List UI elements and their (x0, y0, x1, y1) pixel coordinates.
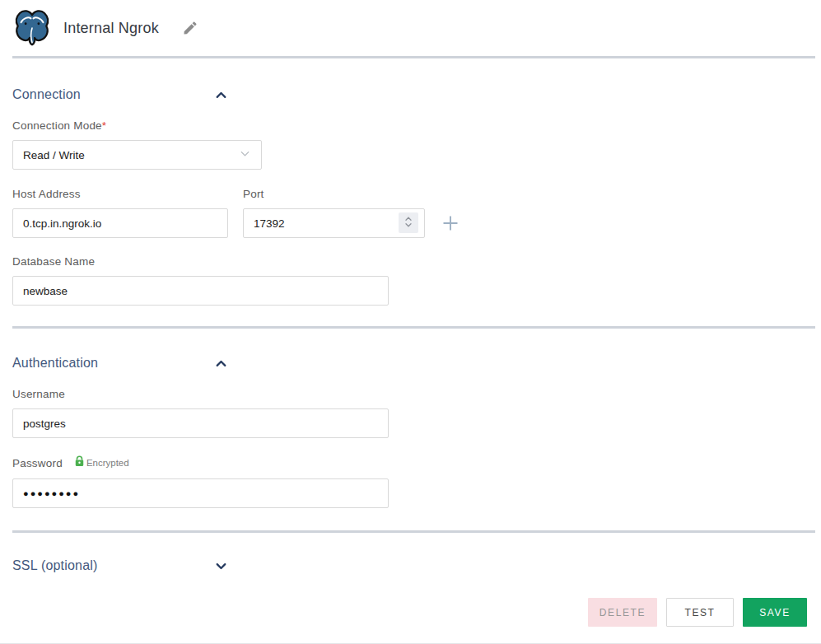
lock-icon (74, 455, 85, 470)
section-divider (12, 530, 815, 533)
plus-icon (442, 222, 459, 234)
delete-button[interactable]: DELETE (588, 598, 657, 627)
section-ssl-expand-button[interactable] (214, 559, 228, 573)
connection-mode-label-text: Connection Mode (12, 119, 102, 132)
connection-mode-label: Connection Mode* (12, 119, 815, 132)
host-label: Host Address (12, 188, 228, 200)
host-field: Host Address (12, 188, 228, 238)
edit-title-button[interactable] (180, 18, 200, 38)
chevron-up-icon (214, 92, 228, 105)
database-name-input[interactable] (12, 276, 389, 306)
section-authentication-header: Authentication (12, 356, 228, 371)
port-field: Port (243, 188, 425, 238)
database-name-label: Database Name (12, 255, 815, 268)
footer-actions: DELETE TEST SAVE (12, 598, 815, 627)
section-title-connection: Connection (12, 87, 81, 102)
page-title: Internal Ngrok (63, 20, 159, 37)
add-host-button[interactable] (442, 215, 459, 231)
header-divider (12, 56, 815, 58)
chevron-up-icon (214, 361, 228, 373)
encrypted-badge-text: Encrypted (86, 458, 129, 468)
section-title-authentication: Authentication (12, 356, 98, 371)
connection-mode-select[interactable]: Read / Write (12, 140, 262, 170)
section-ssl-header: SSL (optional) (12, 558, 228, 573)
section-connection-collapse-button[interactable] (214, 88, 228, 102)
password-input[interactable] (12, 478, 389, 508)
test-button[interactable]: TEST (666, 598, 734, 627)
encrypted-badge: Encrypted (74, 455, 129, 470)
save-button[interactable]: SAVE (743, 598, 807, 627)
password-label-row: Password Encrypted (12, 455, 815, 470)
required-asterisk: * (102, 119, 106, 132)
port-stepper[interactable] (399, 212, 418, 233)
username-input[interactable] (12, 408, 389, 438)
chevron-down-icon (214, 563, 228, 576)
section-authentication-collapse-button[interactable] (214, 357, 228, 371)
host-port-row: Host Address Port (12, 188, 815, 238)
section-connection-header: Connection (12, 87, 228, 102)
section-divider (12, 326, 815, 329)
header: Internal Ngrok (12, 0, 815, 53)
chevron-down-icon (239, 147, 251, 162)
section-title-ssl: SSL (optional) (12, 558, 98, 573)
connection-mode-value: Read / Write (23, 149, 85, 161)
database-connection-settings-page: Internal Ngrok Connection Connection Mod… (0, 0, 821, 644)
pencil-icon (182, 26, 198, 39)
password-label: Password (12, 457, 63, 469)
section-ssl: SSL (optional) (12, 558, 815, 573)
username-label: Username (12, 388, 815, 400)
up-down-chevrons-icon (404, 215, 413, 231)
port-input[interactable] (243, 208, 425, 238)
host-input[interactable] (12, 208, 228, 238)
section-authentication: Authentication Username Password Encrypt… (12, 356, 815, 508)
postgresql-logo-icon (12, 7, 52, 49)
port-label: Port (243, 188, 425, 200)
section-connection: Connection Connection Mode* Read / Write… (12, 87, 815, 306)
